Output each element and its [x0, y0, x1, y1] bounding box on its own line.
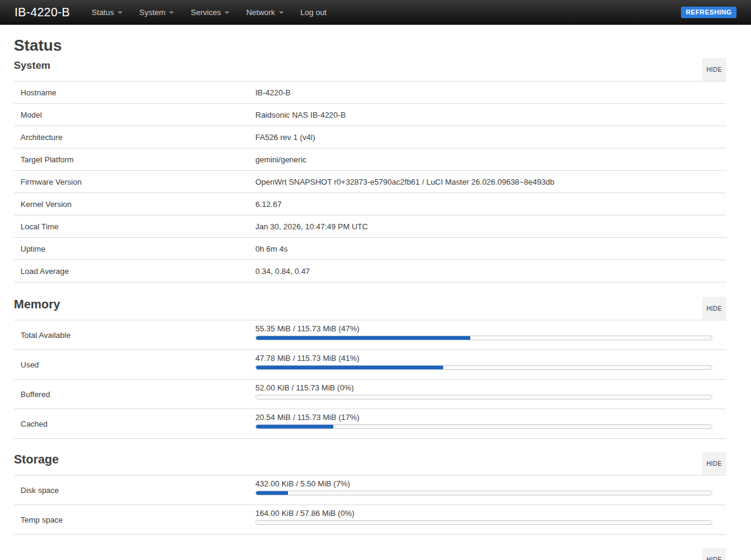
- row-value: 55.35 MiB / 115.73 MiB (47%): [255, 320, 726, 349]
- row-value: OpenWrt SNAPSHOT r0+32873-e5790ac2fb61 /…: [255, 177, 726, 186]
- row-value: FA526 rev 1 (v4l): [255, 133, 726, 142]
- progress-fill: [256, 336, 470, 340]
- progress-bar: [255, 395, 712, 399]
- section-system: System HIDE Hostname IB-4220-B Model Rai…: [14, 58, 726, 282]
- progress-bar: [255, 491, 712, 495]
- top-navbar: IB-4220-B StatusSystemServicesNetworkLog…: [0, 0, 751, 25]
- section-next-partial: HIDE: [14, 548, 726, 560]
- nav-item-log-out[interactable]: Log out: [292, 2, 335, 22]
- table-row: Hostname IB-4220-B: [14, 81, 726, 104]
- progress-fill: [256, 366, 443, 369]
- table-row: Model Raidsonic NAS IB-4220-B: [14, 104, 726, 126]
- table-row: Firmware Version OpenWrt SNAPSHOT r0+328…: [14, 171, 726, 193]
- nav-item-status[interactable]: Status: [83, 2, 131, 22]
- usage-text: 164.00 KiB / 57.86 MiB (0%): [255, 509, 719, 518]
- row-label: Target Platform: [14, 155, 255, 164]
- main-menu: StatusSystemServicesNetworkLog out: [83, 2, 335, 22]
- system-table: Hostname IB-4220-B Model Raidsonic NAS I…: [14, 81, 726, 282]
- row-label: Architecture: [14, 133, 255, 142]
- memory-table: Total Available 55.35 MiB / 115.73 MiB (…: [14, 320, 726, 439]
- table-row: Temp space 164.00 KiB / 57.86 MiB (0%): [14, 505, 726, 535]
- row-label: Buffered: [14, 380, 255, 409]
- row-value: 164.00 KiB / 57.86 MiB (0%): [255, 505, 726, 534]
- row-value: gemini/generic: [255, 155, 726, 164]
- section-storage: Storage HIDE Disk space 432.00 KiB / 5.5…: [14, 452, 726, 535]
- progress-bar: [255, 365, 712, 370]
- usage-text: 55.35 MiB / 115.73 MiB (47%): [255, 324, 719, 334]
- row-value: Jan 30, 2026, 10:47:49 PM UTC: [255, 222, 726, 231]
- table-row: Architecture FA526 rev 1 (v4l): [14, 126, 726, 148]
- row-value: 432.00 KiB / 5.50 MiB (7%): [255, 476, 726, 504]
- table-row: Cached 20.54 MiB / 115.73 MiB (17%): [14, 409, 726, 439]
- row-label: Disk space: [14, 476, 255, 504]
- chevron-down-icon: [279, 11, 284, 14]
- section-title-storage: Storage: [14, 453, 59, 466]
- chevron-down-icon: [225, 11, 229, 14]
- table-row: Disk space 432.00 KiB / 5.50 MiB (7%): [14, 476, 726, 505]
- row-value: 20.54 MiB / 115.73 MiB (17%): [255, 409, 726, 438]
- section-title-memory: Memory: [14, 298, 60, 311]
- storage-table: Disk space 432.00 KiB / 5.50 MiB (7%) Te…: [14, 475, 726, 535]
- table-row: Local Time Jan 30, 2026, 10:47:49 PM UTC: [14, 215, 726, 238]
- row-label: Cached: [14, 409, 255, 438]
- table-row: Kernel Version 6.12.67: [14, 193, 726, 215]
- table-row: Buffered 52.00 KiB / 115.73 MiB (0%): [14, 380, 726, 409]
- table-row: Used 47.78 MiB / 115.73 MiB (41%): [14, 350, 726, 380]
- nav-item-services[interactable]: Services: [182, 2, 238, 22]
- table-row: Target Platform gemini/generic: [14, 148, 726, 171]
- page-title: Status: [14, 36, 726, 54]
- row-label: Used: [14, 350, 255, 379]
- hide-button-system[interactable]: HIDE: [702, 58, 726, 81]
- table-row: Uptime 0h 6m 4s: [14, 238, 726, 260]
- hide-button-memory[interactable]: HIDE: [702, 297, 726, 320]
- row-label: Hostname: [14, 88, 255, 97]
- brand-title: IB-4220-B: [14, 5, 70, 19]
- section-title-system: System: [14, 60, 50, 72]
- row-label: Temp space: [14, 505, 255, 534]
- refreshing-badge[interactable]: REFRESHING: [681, 7, 737, 18]
- row-label: Uptime: [14, 244, 255, 253]
- row-label: Kernel Version: [14, 200, 255, 209]
- nav-item-network[interactable]: Network: [238, 2, 292, 22]
- row-label: Model: [14, 110, 255, 119]
- table-row: Total Available 55.35 MiB / 115.73 MiB (…: [14, 320, 726, 350]
- hide-button-next-section[interactable]: HIDE: [702, 548, 726, 560]
- row-label: Total Available: [14, 320, 255, 349]
- row-label: Local Time: [14, 222, 255, 231]
- usage-text: 52.00 KiB / 115.73 MiB (0%): [255, 383, 719, 393]
- table-row: Load Average 0.34, 0.84, 0.47: [14, 260, 726, 282]
- progress-bar: [255, 520, 712, 525]
- row-label: Firmware Version: [14, 177, 255, 186]
- row-value: 47.78 MiB / 115.73 MiB (41%): [255, 350, 726, 379]
- row-value: 52.00 KiB / 115.73 MiB (0%): [255, 380, 726, 409]
- progress-bar: [255, 424, 712, 429]
- nav-item-system[interactable]: System: [131, 2, 182, 22]
- progress-fill: [256, 491, 288, 495]
- section-memory: Memory HIDE Total Available 55.35 MiB / …: [14, 297, 726, 439]
- chevron-down-icon: [169, 11, 174, 14]
- usage-text: 432.00 KiB / 5.50 MiB (7%): [255, 479, 719, 489]
- usage-text: 20.54 MiB / 115.73 MiB (17%): [255, 413, 719, 422]
- row-value: Raidsonic NAS IB-4220-B: [255, 110, 726, 119]
- progress-bar: [255, 336, 712, 340]
- row-value: IB-4220-B: [255, 88, 726, 97]
- row-label: Load Average: [14, 267, 255, 276]
- progress-fill: [256, 425, 333, 428]
- page-content: Status System HIDE Hostname IB-4220-B Mo…: [14, 36, 726, 560]
- row-value: 0.34, 0.84, 0.47: [255, 267, 726, 276]
- chevron-down-icon: [118, 11, 123, 14]
- row-value: 6.12.67: [255, 200, 726, 209]
- row-value: 0h 6m 4s: [255, 244, 726, 253]
- hide-button-storage[interactable]: HIDE: [702, 452, 726, 475]
- usage-text: 47.78 MiB / 115.73 MiB (41%): [255, 354, 719, 363]
